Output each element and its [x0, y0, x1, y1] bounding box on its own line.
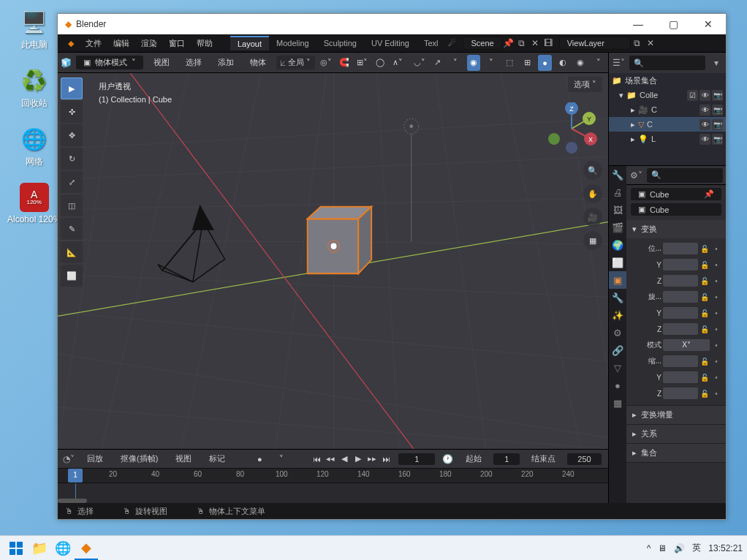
3d-viewport[interactable]: 选项 ˅ 用户透视 (1) Collection | Cube: [58, 73, 608, 449]
menu-help[interactable]: 帮助: [191, 37, 219, 50]
tool-move[interactable]: ✥: [61, 124, 83, 146]
gizmo-toggle-icon[interactable]: ↗: [431, 55, 444, 71]
menu-edit[interactable]: 编辑: [107, 37, 135, 50]
proportional-icon[interactable]: ◯: [373, 55, 386, 71]
viewlayer-delete-icon[interactable]: ✕: [644, 37, 657, 50]
rotation-x[interactable]: [663, 291, 698, 303]
end-frame[interactable]: 250: [567, 453, 601, 465]
menu-render[interactable]: 渲染: [135, 37, 163, 50]
menu-select[interactable]: 选择: [180, 56, 208, 69]
play-reverse-icon[interactable]: ◀: [338, 452, 351, 466]
tool-rotate[interactable]: ↻: [61, 148, 83, 170]
tab-output[interactable]: 🖨: [609, 183, 626, 201]
pan-icon[interactable]: ✋: [583, 184, 602, 203]
overlays-settings-icon[interactable]: ˅: [485, 55, 498, 71]
eye-icon[interactable]: 👁: [699, 119, 710, 130]
perspective-toggle-icon[interactable]: ▦: [583, 231, 602, 250]
scale-y[interactable]: [663, 371, 698, 383]
tab-particles[interactable]: ✨: [609, 306, 626, 324]
tab-layout[interactable]: Layout: [230, 36, 269, 50]
tree-item-light[interactable]: ▸ 💡 L 👁📷: [609, 132, 726, 146]
props-search[interactable]: 🔍: [647, 168, 723, 183]
tab-texture[interactable]: Texl: [417, 37, 446, 50]
menu-object[interactable]: 物体: [244, 56, 272, 69]
next-key-icon[interactable]: ▸▸: [365, 452, 379, 466]
tool-transform[interactable]: ◫: [61, 194, 83, 216]
location-x[interactable]: [663, 243, 698, 254]
menu-file[interactable]: 文件: [80, 37, 107, 50]
shading-matcap-icon[interactable]: ◐: [556, 55, 569, 71]
panel-relations-head[interactable]: ▸ 关系: [626, 425, 726, 443]
tray-chevron-icon[interactable]: ^: [647, 543, 651, 553]
eye-icon[interactable]: 👁: [699, 105, 710, 116]
timeline-ruler[interactable]: 1 20 40 60 80 100 120 140 160 180 200 22…: [58, 468, 608, 483]
tool-cursor[interactable]: ✜: [61, 101, 83, 123]
desktop-icon-alcohol[interactable]: A120% Alcohol 120%: [7, 183, 61, 224]
timeline-tracks[interactable]: [58, 483, 608, 503]
render-icon[interactable]: 📷: [712, 119, 723, 130]
shading-solid-icon[interactable]: ●: [538, 55, 551, 71]
eye-icon[interactable]: 👁: [699, 90, 710, 101]
scene-selector[interactable]: Scene: [463, 37, 501, 50]
disclosure-icon[interactable]: ▸: [631, 120, 635, 129]
maximize-button[interactable]: ▢: [656, 14, 691, 34]
jump-start-icon[interactable]: ⏮: [310, 452, 323, 466]
tab-data[interactable]: ▽: [609, 359, 626, 377]
tab-uv-editing[interactable]: UV Editing: [364, 37, 417, 50]
taskbar-explorer[interactable]: 📁: [28, 537, 51, 560]
tab-object[interactable]: ▣: [609, 271, 626, 289]
minimize-button[interactable]: —: [621, 14, 656, 34]
tab-world[interactable]: 🌍: [609, 236, 626, 254]
menu-add[interactable]: 添加: [212, 56, 240, 69]
lock-icon[interactable]: 🔓: [699, 260, 710, 270]
panel-collection-head[interactable]: ▸ 集合: [626, 444, 726, 462]
tray-clock[interactable]: 13:52:21: [708, 543, 743, 553]
editor-type-outliner-icon[interactable]: ☰˅: [612, 56, 625, 69]
tool-select-box[interactable]: ▶: [61, 77, 83, 99]
snap-icon[interactable]: 🧲: [338, 55, 351, 71]
prev-key-icon[interactable]: ◂◂: [324, 452, 337, 466]
editor-type-props-icon[interactable]: ⚙˅: [629, 169, 642, 182]
breadcrumb[interactable]: ▣ Cube 📌: [631, 188, 721, 200]
overlays-toggle-icon[interactable]: ◉: [467, 55, 480, 71]
proportional-falloff-icon[interactable]: ∧˅: [391, 55, 404, 71]
tray-volume-icon[interactable]: 🔊: [674, 543, 685, 553]
view-filter-icon[interactable]: ◡˅: [413, 55, 426, 71]
lock-icon[interactable]: 🔓: [699, 356, 710, 366]
menu-window[interactable]: 窗口: [163, 37, 191, 50]
nav-gizmo[interactable]: X Y Z: [545, 102, 598, 155]
tree-collection[interactable]: ▾ 📁 Colle ☑👁📷: [609, 88, 726, 102]
desktop-icon-computer[interactable]: 🖥️ 此电脑: [7, 7, 61, 51]
autokey-icon[interactable]: ●: [251, 451, 268, 467]
pin-icon[interactable]: 📌: [704, 189, 714, 199]
scale-z[interactable]: [663, 387, 698, 399]
render-icon[interactable]: 📷: [712, 134, 723, 145]
rotation-mode[interactable]: X˅: [663, 339, 710, 351]
mode-dropdown[interactable]: ▣ 物体模式 ˅: [76, 56, 143, 69]
disclosure-icon[interactable]: ▸: [631, 105, 635, 115]
lock-icon[interactable]: 🔓: [699, 276, 710, 286]
play-icon[interactable]: ▶: [352, 452, 365, 466]
pivot-icon[interactable]: ◎˅: [319, 55, 333, 71]
jump-end-icon[interactable]: ⏭: [379, 452, 393, 466]
tray-ime[interactable]: 英: [692, 542, 701, 554]
outliner-search[interactable]: 🔍: [629, 56, 705, 70]
tab-modeling[interactable]: Modeling: [269, 37, 316, 50]
viewlayer-new-icon[interactable]: ⧉: [631, 37, 644, 50]
tool-measure[interactable]: 📐: [61, 241, 83, 263]
orientation-dropdown[interactable]: ⟀ 全局 ˅: [276, 56, 315, 69]
tree-item-cube[interactable]: ▸ ▽ C 👁📷: [609, 117, 726, 132]
rotation-z[interactable]: [663, 323, 698, 335]
titlebar[interactable]: ◆ Blender — ▢ ✕: [58, 14, 726, 34]
scene-pin-icon[interactable]: 📌: [502, 37, 515, 50]
lock-icon[interactable]: 🔓: [699, 324, 710, 334]
playhead[interactable]: 1: [68, 469, 83, 483]
tab-viewlayer[interactable]: 🖼: [609, 201, 626, 219]
start-frame[interactable]: 1: [493, 453, 520, 465]
current-frame[interactable]: 1: [398, 453, 435, 465]
menu-keying[interactable]: 抠像(插帧): [115, 452, 164, 466]
panel-transform-head[interactable]: ▾ 变换: [626, 220, 726, 238]
lock-icon[interactable]: 🔓: [699, 292, 710, 302]
render-icon[interactable]: 📷: [712, 90, 723, 101]
scene-browse-icon[interactable]: ☄: [445, 37, 458, 50]
